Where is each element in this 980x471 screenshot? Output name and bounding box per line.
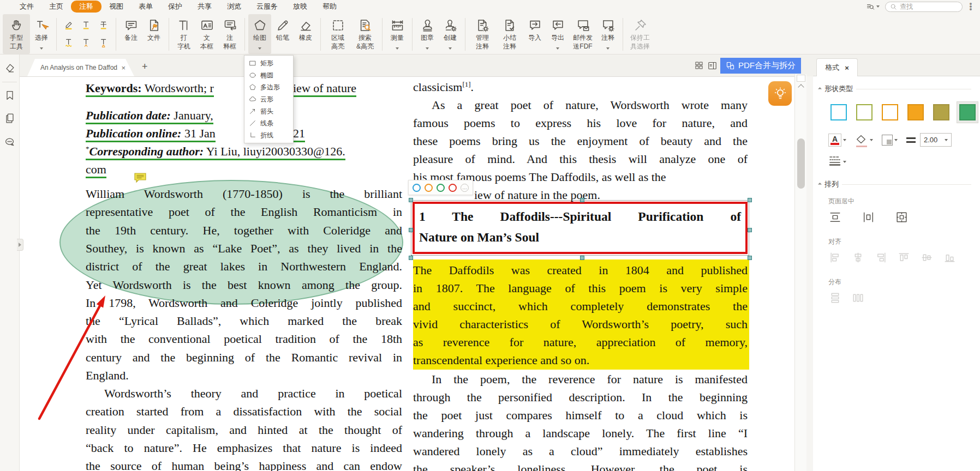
- menu-item-保护[interactable]: 保护: [160, 1, 190, 13]
- wipe-annotation-icon[interactable]: [4, 62, 16, 74]
- search-highlight-button[interactable]: 搜索&高亮: [351, 14, 379, 54]
- stamp-button[interactable]: 图章: [416, 14, 439, 54]
- tab-close-icon[interactable]: ×: [121, 64, 126, 72]
- typewriter-button[interactable]: 打字机: [172, 14, 195, 54]
- search-input[interactable]: [900, 3, 954, 10]
- shape-swatch-4[interactable]: [905, 102, 926, 123]
- color-swatch-ring[interactable]: [449, 184, 457, 192]
- eraser-button[interactable]: 橡皮: [294, 14, 317, 54]
- fill-color-button[interactable]: [855, 134, 873, 147]
- manage-comments-button[interactable]: 管理注释: [469, 14, 496, 54]
- menu-item-箭头[interactable]: 箭头: [244, 105, 293, 117]
- area-highlight-button[interactable]: 区域高亮: [324, 14, 351, 54]
- scrollbar-thumb[interactable]: [797, 138, 805, 189]
- shape-swatch-3[interactable]: [880, 102, 900, 123]
- color-swatch-ring[interactable]: [413, 184, 421, 192]
- color-swatch-ring[interactable]: [437, 184, 445, 192]
- textbox-button[interactable]: 文本框: [195, 14, 218, 54]
- import-comments-button[interactable]: 导入: [523, 14, 546, 54]
- selection-handle[interactable]: [409, 198, 413, 202]
- font-color-button[interactable]: A: [828, 134, 846, 147]
- menu-item-线条[interactable]: 线条: [244, 117, 293, 129]
- summary-comments-button[interactable]: 小结注释: [496, 14, 523, 54]
- menu-item-浏览[interactable]: 浏览: [219, 1, 249, 13]
- shape-type-section-header[interactable]: 形状类型: [818, 84, 971, 94]
- format-close-icon[interactable]: ×: [845, 64, 849, 72]
- pentagon-draw-button[interactable]: 绘图: [248, 14, 271, 54]
- note-bubble-button[interactable]: 备注: [119, 14, 142, 54]
- tips-lightbulb-button[interactable]: [768, 81, 792, 106]
- shape-swatch-6[interactable]: [957, 101, 978, 123]
- menu-item-多边形[interactable]: 多边形: [244, 81, 293, 93]
- export-comments-button[interactable]: 导出: [546, 14, 569, 54]
- menu-item-共享[interactable]: 共享: [190, 1, 219, 13]
- format-tab[interactable]: 格式 ×: [816, 58, 858, 76]
- selection-handle[interactable]: [409, 256, 413, 260]
- pencil-button[interactable]: 铅笔: [271, 14, 294, 54]
- document-tab[interactable]: An Analysis on The Daffod... ×: [27, 59, 134, 76]
- caret-replace-button[interactable]: [96, 35, 111, 50]
- opacity-button[interactable]: [882, 135, 898, 146]
- menu-item-放映[interactable]: 放映: [285, 1, 315, 13]
- menu-item-注释[interactable]: 注释: [71, 1, 101, 13]
- stroke-width-select[interactable]: 2.00: [920, 133, 952, 147]
- menu-item-表单[interactable]: 表单: [131, 1, 160, 13]
- find-options-button[interactable]: [866, 2, 880, 11]
- menu-item-椭圆[interactable]: 椭圆: [244, 69, 293, 81]
- stamp-create-button[interactable]: 创建: [439, 14, 462, 54]
- new-tab-button[interactable]: +: [142, 61, 148, 73]
- sidebar-expand-handle[interactable]: [17, 239, 23, 251]
- center-v-button[interactable]: [862, 210, 875, 226]
- selection-handle[interactable]: [748, 256, 752, 260]
- annotation-color-toolbar[interactable]: …: [408, 180, 473, 195]
- highlight-pen-button[interactable]: [61, 17, 76, 33]
- squiggly-text-button[interactable]: [61, 35, 76, 50]
- selection-handle[interactable]: [580, 256, 584, 260]
- grid-view-icon[interactable]: [694, 61, 704, 73]
- menu-item-文件[interactable]: 文件: [12, 1, 41, 13]
- mail-fdf-button[interactable]: 邮件发送FDF: [569, 14, 596, 54]
- pdf-merge-split-button[interactable]: PDF合并与拆分: [720, 58, 801, 74]
- hand-tool-button[interactable]: 手型工具: [3, 14, 30, 54]
- selection-handle[interactable]: [748, 228, 752, 232]
- menu-item-视图[interactable]: 视图: [101, 1, 131, 13]
- scroll-up-icon[interactable]: [798, 84, 804, 90]
- strikeout-text-button[interactable]: [96, 17, 111, 33]
- more-options-icon[interactable]: •••: [968, 3, 973, 11]
- menu-item-折线[interactable]: 折线: [244, 129, 293, 141]
- line-style-button[interactable]: [828, 155, 846, 168]
- callout-box-button[interactable]: 注释框: [218, 14, 241, 54]
- menu-item-云服务[interactable]: 云服务: [249, 1, 285, 13]
- measure-ruler-button[interactable]: 测量: [386, 14, 409, 54]
- side-panel-icon[interactable]: [707, 61, 718, 73]
- comment-settings-button[interactable]: 注释: [596, 14, 619, 54]
- shape-swatch-5[interactable]: [931, 102, 952, 123]
- shape-swatch-2[interactable]: [854, 102, 875, 123]
- more-colors-button[interactable]: …: [461, 184, 469, 192]
- shape-swatch-1[interactable]: [828, 102, 849, 123]
- underline-text-button[interactable]: [79, 17, 94, 33]
- caret-insert-button[interactable]: [79, 35, 94, 50]
- comments-icon[interactable]: [4, 136, 16, 148]
- selection-handle[interactable]: [409, 228, 413, 232]
- center-h-button[interactable]: [828, 210, 842, 226]
- menu-item-帮助[interactable]: 帮助: [315, 1, 344, 13]
- scrollbar-dock-box[interactable]: [797, 75, 805, 82]
- pages-icon[interactable]: [4, 112, 16, 124]
- red-arrow-annotation[interactable]: [31, 290, 118, 426]
- search-box[interactable]: [885, 2, 963, 12]
- vertical-scrollbar[interactable]: [794, 74, 806, 471]
- file-attach-button[interactable]: 文件: [142, 14, 165, 54]
- menu-item-矩形[interactable]: 矩形: [244, 57, 293, 69]
- selection-handle[interactable]: [748, 198, 752, 202]
- menu-item-云形[interactable]: 云形: [244, 93, 293, 105]
- color-swatch-ring[interactable]: [425, 184, 433, 192]
- select-cursor-button[interactable]: 选择: [30, 14, 53, 54]
- arrange-section-header[interactable]: 排列: [818, 179, 971, 189]
- center-both-button[interactable]: [895, 210, 909, 226]
- selection-handle[interactable]: [580, 198, 584, 202]
- document-page[interactable]: Keywords: Wordsworth; riew of naturePubl…: [20, 76, 794, 471]
- selected-heading-box[interactable]: 1 The Daffodils---Spiritual Purification…: [413, 202, 748, 254]
- menu-item-主页[interactable]: 主页: [41, 1, 71, 13]
- sticky-note-icon[interactable]: [134, 172, 147, 185]
